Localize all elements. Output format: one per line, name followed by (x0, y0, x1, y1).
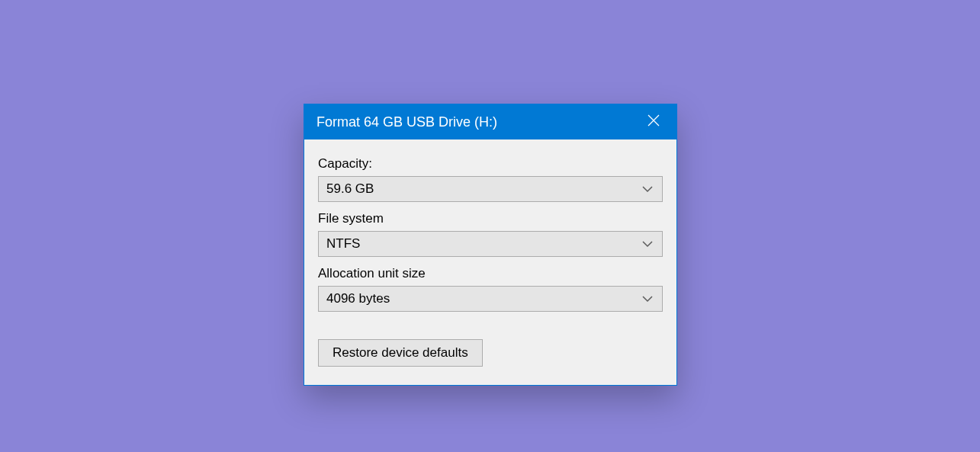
chevron-down-icon (641, 182, 654, 196)
capacity-label: Capacity: (318, 156, 663, 172)
allocation-select[interactable]: 4096 bytes (318, 286, 663, 312)
capacity-select[interactable]: 59.6 GB (318, 176, 663, 202)
window-title: Format 64 GB USB Drive (H:) (316, 114, 497, 130)
titlebar[interactable]: Format 64 GB USB Drive (H:) (304, 104, 676, 139)
restore-defaults-button[interactable]: Restore device defaults (318, 339, 483, 367)
filesystem-value: NTFS (326, 236, 360, 252)
format-dialog: Format 64 GB USB Drive (H:) Capacity: 59… (304, 104, 677, 386)
allocation-value: 4096 bytes (326, 291, 390, 306)
chevron-down-icon (641, 292, 654, 306)
allocation-label: Allocation unit size (318, 266, 663, 281)
close-button[interactable] (631, 104, 676, 139)
close-icon (647, 114, 660, 130)
filesystem-select[interactable]: NTFS (318, 231, 663, 257)
chevron-down-icon (641, 237, 654, 251)
dialog-content: Capacity: 59.6 GB File system NTFS Alloc… (304, 139, 676, 385)
capacity-value: 59.6 GB (326, 181, 374, 197)
filesystem-label: File system (318, 211, 663, 226)
